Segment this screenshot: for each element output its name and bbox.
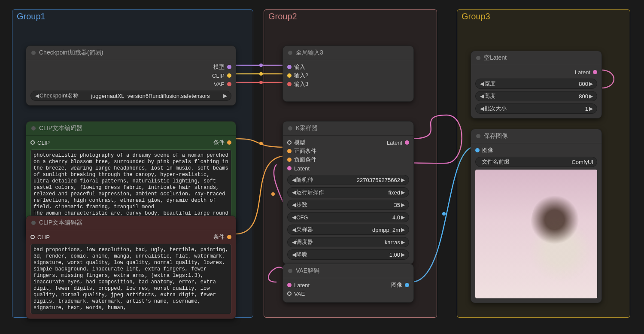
- node-checkpoint-loader[interactable]: Checkpoint加载器(简易) 模型 CLIP VAE ◀ Checkpoi…: [26, 46, 236, 106]
- chevron-right-icon[interactable]: ▶: [588, 81, 593, 87]
- chevron-right-icon[interactable]: ▶: [400, 239, 405, 245]
- node-graph-canvas[interactable]: Group1 Group2 Group3 Checkpoint加载器(简易) 模…: [0, 0, 644, 334]
- ksampler-sampler[interactable]: ◀采样器dpmpp_2m▶: [287, 225, 409, 235]
- filename-prefix[interactable]: 文件名前缀ComfyUI: [475, 157, 597, 167]
- port-dot-icon[interactable]: [227, 140, 231, 145]
- chevron-left-icon[interactable]: ◀: [479, 106, 484, 112]
- node-header[interactable]: 全局输入3: [283, 46, 413, 60]
- node-ksampler[interactable]: K采样器 模型 Latent 正面条件 负面条件 Latent ◀随机种2270…: [283, 121, 414, 264]
- chevron-left-icon[interactable]: ◀: [291, 252, 296, 258]
- output-conditioning[interactable]: 条件: [213, 139, 231, 146]
- chevron-left-icon[interactable]: ◀: [291, 202, 296, 208]
- chevron-right-icon[interactable]: ▶: [400, 252, 405, 258]
- node-empty-latent[interactable]: 空Latent Latent ◀宽度800▶ ◀高度800▶ ◀批次大小1▶: [471, 51, 602, 118]
- output-clip[interactable]: CLIP: [30, 71, 231, 80]
- input-model[interactable]: 模型: [287, 139, 305, 146]
- port-dot-icon[interactable]: [287, 166, 292, 170]
- chevron-right-icon[interactable]: ▶: [400, 189, 405, 195]
- output-model[interactable]: 模型: [30, 63, 231, 71]
- port-dot-icon[interactable]: [287, 149, 292, 153]
- output-image-preview[interactable]: [475, 170, 597, 298]
- node-header[interactable]: 空Latent: [471, 51, 601, 65]
- input-clip[interactable]: CLIP: [30, 140, 50, 146]
- chevron-right-icon[interactable]: ▶: [400, 177, 405, 183]
- node-vae-decode[interactable]: VAE解码 Latent 图像 VAE: [283, 264, 414, 303]
- prompt-textarea[interactable]: bad proportions, low resolution, bad, ug…: [30, 244, 231, 314]
- output-latent[interactable]: Latent: [387, 140, 409, 146]
- collapse-dot-icon[interactable]: [31, 221, 36, 225]
- latent-batch[interactable]: ◀批次大小1▶: [475, 103, 597, 114]
- chevron-left-icon[interactable]: ◀: [479, 81, 484, 87]
- chevron-left-icon[interactable]: ◀: [291, 177, 296, 183]
- port-dot-icon[interactable]: [287, 73, 292, 78]
- port-dot-icon[interactable]: [405, 140, 409, 145]
- port-dot-icon[interactable]: [227, 82, 231, 86]
- chevron-right-icon[interactable]: ▶: [400, 214, 405, 220]
- collapse-dot-icon[interactable]: [288, 269, 292, 273]
- port-dot-icon[interactable]: [227, 65, 231, 69]
- port-dot-icon[interactable]: [287, 140, 292, 145]
- port-dot-icon[interactable]: [475, 148, 480, 152]
- input-positive[interactable]: 正面条件: [287, 147, 409, 155]
- ksampler-steps[interactable]: ◀步数35▶: [287, 200, 409, 210]
- output-latent[interactable]: Latent: [475, 68, 597, 76]
- chevron-left-icon[interactable]: ◀: [291, 189, 296, 195]
- input-latent[interactable]: Latent: [287, 164, 409, 173]
- port-dot-icon[interactable]: [593, 70, 597, 74]
- chevron-left-icon[interactable]: ◀: [291, 239, 296, 245]
- chevron-left-icon[interactable]: ◀: [34, 93, 39, 99]
- chevron-right-icon[interactable]: ▶: [222, 93, 228, 99]
- ksampler-denoise[interactable]: ◀降噪1.00▶: [287, 249, 409, 260]
- input-image[interactable]: 图像: [475, 146, 597, 155]
- port-dot-icon[interactable]: [287, 283, 292, 287]
- chevron-right-icon[interactable]: ▶: [400, 227, 405, 233]
- input-2[interactable]: 输入2: [287, 71, 409, 80]
- input-1[interactable]: 输入: [287, 63, 409, 71]
- port-dot-icon[interactable]: [287, 82, 292, 86]
- node-header[interactable]: VAE解码: [283, 264, 413, 278]
- chevron-left-icon[interactable]: ◀: [479, 93, 484, 99]
- collapse-dot-icon[interactable]: [288, 51, 292, 55]
- port-dot-icon[interactable]: [287, 65, 292, 69]
- ksampler-after-generate[interactable]: ◀运行后操作fixed▶: [287, 187, 409, 197]
- node-clip-text-encode-negative[interactable]: CLIP文本编码器 CLIP 条件 bad proportions, low r…: [26, 216, 236, 319]
- chevron-left-icon[interactable]: ◀: [291, 214, 296, 220]
- output-conditioning[interactable]: 条件: [213, 233, 231, 241]
- checkpoint-name-select[interactable]: ◀ Checkpoint名称 juggernautXL_version6Rund…: [30, 91, 231, 101]
- ksampler-cfg[interactable]: ◀CFG4.0▶: [287, 212, 409, 222]
- collapse-dot-icon[interactable]: [31, 126, 36, 131]
- port-dot-icon[interactable]: [30, 140, 35, 145]
- port-dot-icon[interactable]: [227, 73, 231, 78]
- port-dot-icon[interactable]: [287, 158, 292, 162]
- collapse-dot-icon[interactable]: [476, 56, 480, 60]
- input-negative[interactable]: 负面条件: [287, 155, 409, 164]
- port-dot-icon[interactable]: [287, 291, 292, 296]
- input-latent[interactable]: Latent: [287, 282, 310, 288]
- input-clip[interactable]: CLIP: [30, 234, 50, 240]
- node-header[interactable]: CLIP文本编码器: [26, 216, 236, 230]
- node-header[interactable]: 保存图像: [471, 129, 601, 143]
- collapse-dot-icon[interactable]: [288, 126, 292, 131]
- latent-height[interactable]: ◀高度800▶: [475, 91, 597, 101]
- node-global-input-3[interactable]: 全局输入3 输入 输入2 输入3: [283, 46, 414, 102]
- node-header[interactable]: K采样器: [283, 121, 413, 136]
- input-3[interactable]: 输入3: [287, 80, 409, 88]
- port-dot-icon[interactable]: [227, 235, 231, 239]
- input-vae[interactable]: VAE: [287, 289, 409, 298]
- node-header[interactable]: Checkpoint加载器(简易): [26, 46, 236, 60]
- chevron-right-icon[interactable]: ▶: [400, 202, 405, 208]
- chevron-right-icon[interactable]: ▶: [588, 106, 593, 112]
- collapse-dot-icon[interactable]: [476, 134, 480, 138]
- output-vae[interactable]: VAE: [30, 80, 231, 88]
- node-save-image[interactable]: 保存图像 图像 文件名前缀ComfyUI: [471, 129, 602, 303]
- ksampler-seed[interactable]: ◀随机种22703759275662▶: [287, 175, 409, 185]
- output-image[interactable]: 图像: [391, 281, 409, 289]
- chevron-right-icon[interactable]: ▶: [588, 93, 593, 99]
- latent-width[interactable]: ◀宽度800▶: [475, 79, 597, 89]
- node-header[interactable]: CLIP文本编码器: [26, 121, 236, 136]
- port-dot-icon[interactable]: [30, 235, 35, 239]
- collapse-dot-icon[interactable]: [31, 51, 36, 55]
- port-dot-icon[interactable]: [405, 283, 409, 287]
- chevron-left-icon[interactable]: ◀: [291, 227, 296, 233]
- ksampler-scheduler[interactable]: ◀调度器karras▶: [287, 237, 409, 247]
